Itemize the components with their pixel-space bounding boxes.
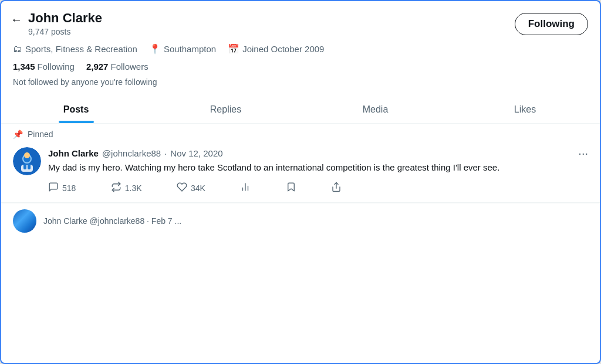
category-icon: 🗂 <box>13 44 22 55</box>
user-display-name: John Clarke <box>28 11 102 26</box>
back-button[interactable]: ← <box>11 13 22 26</box>
tweet-user-info: John Clarke @johnclarke88 · Nov 12, 2020 <box>48 148 223 158</box>
tweet-text: My dad is my hero. Watching my hero take… <box>48 161 588 175</box>
bookmark-icon <box>286 182 296 195</box>
bookmark-action[interactable] <box>286 182 296 195</box>
next-tweet-preview: John Clarke @johnclarke88 · Feb 7 ... <box>1 203 600 239</box>
tweet-author-name: John Clarke <box>48 148 99 158</box>
share-icon <box>331 182 342 195</box>
not-followed-notice: Not followed by anyone you're following <box>1 75 600 95</box>
like-count: 34K <box>191 183 205 193</box>
svg-rect-5 <box>23 164 26 169</box>
tab-media[interactable]: Media <box>300 95 450 123</box>
stats-row: 1,345 Following 2,927 Followers <box>1 59 600 75</box>
tab-replies[interactable]: Replies <box>151 95 300 123</box>
retweet-icon <box>111 182 121 195</box>
like-action[interactable]: 34K <box>177 182 205 195</box>
header-left: ← John Clarke 9,747 posts <box>11 11 102 36</box>
avatar <box>13 147 41 175</box>
next-tweet-text: John Clarke @johnclarke88 · Feb 7 ... <box>43 216 181 226</box>
tweet-more-button[interactable]: ··· <box>578 147 588 159</box>
category-text: Sports, Fitness & Recreation <box>25 44 137 54</box>
following-button[interactable]: Following <box>515 13 588 35</box>
svg-point-4 <box>24 152 30 158</box>
pin-icon: 📌 <box>13 130 23 139</box>
like-icon <box>177 182 187 195</box>
location-text: Southampton <box>164 44 216 54</box>
svg-rect-6 <box>28 164 31 169</box>
tweet-handle: @johnclarke88 <box>102 148 161 158</box>
location-icon: 📍 <box>149 43 161 55</box>
tweet-body: John Clarke @johnclarke88 · Nov 12, 2020… <box>48 147 588 195</box>
followers-count: 2,927 <box>86 62 109 72</box>
pinned-tweet: John Clarke @johnclarke88 · Nov 12, 2020… <box>1 142 600 203</box>
calendar-icon: 📅 <box>228 43 239 55</box>
pinned-text: Pinned <box>28 130 53 139</box>
following-label: Following <box>38 62 75 72</box>
tweet-separator: · <box>164 148 167 158</box>
user-posts-count: 9,747 posts <box>28 27 102 36</box>
next-tweet-avatar <box>13 209 36 233</box>
joined-meta: 📅 Joined October 2009 <box>228 43 324 55</box>
profile-tabs: Posts Replies Media Likes <box>1 95 600 124</box>
user-name-block: John Clarke 9,747 posts <box>28 11 102 36</box>
pinned-label: 📌 Pinned <box>1 124 600 142</box>
followers-stat[interactable]: 2,927 Followers <box>86 62 148 72</box>
retweet-action[interactable]: 1.3K <box>111 182 142 195</box>
following-count: 1,345 <box>13 62 35 72</box>
profile-header: ← John Clarke 9,747 posts Following <box>1 1 600 41</box>
location-meta: 📍 Southampton <box>149 43 216 55</box>
tweet-actions: 518 1.3K 34K <box>48 182 342 195</box>
share-action[interactable] <box>331 182 342 195</box>
tab-posts[interactable]: Posts <box>1 95 151 123</box>
following-stat[interactable]: 1,345 Following <box>13 62 75 72</box>
tweet-header: John Clarke @johnclarke88 · Nov 12, 2020… <box>48 147 588 159</box>
followers-label: Followers <box>110 62 148 72</box>
analytics-action[interactable] <box>240 182 251 195</box>
joined-text: Joined October 2009 <box>242 44 324 54</box>
reply-action[interactable]: 518 <box>48 182 76 195</box>
meta-row: 🗂 Sports, Fitness & Recreation 📍 Southam… <box>1 41 600 59</box>
svg-rect-3 <box>21 165 33 172</box>
category-meta: 🗂 Sports, Fitness & Recreation <box>13 44 137 55</box>
profile-card: ← John Clarke 9,747 posts Following 🗂 Sp… <box>0 0 601 364</box>
tab-likes[interactable]: Likes <box>450 95 600 123</box>
tweet-date: Nov 12, 2020 <box>170 148 222 158</box>
analytics-icon <box>240 182 251 195</box>
retweet-count: 1.3K <box>125 183 142 193</box>
reply-icon <box>48 182 59 195</box>
reply-count: 518 <box>62 183 76 193</box>
